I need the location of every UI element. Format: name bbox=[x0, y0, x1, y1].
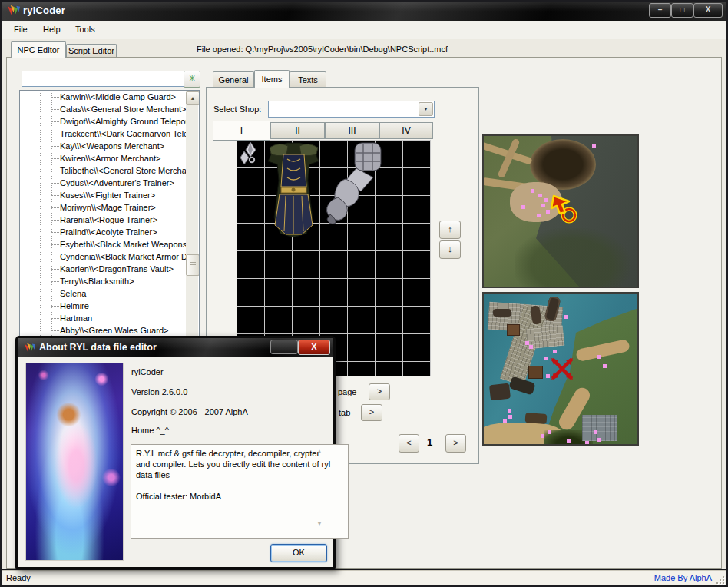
shop-combobox[interactable]: ▼ bbox=[268, 101, 435, 118]
tree-connector bbox=[51, 330, 59, 331]
tree-connector bbox=[51, 232, 59, 233]
right-chevron-icon: > bbox=[453, 438, 458, 447]
tree-connector bbox=[51, 294, 59, 294]
tab-npc-editor[interactable]: NPC Editor bbox=[11, 41, 66, 58]
npc-tree-list: Karwin\\<Middle Camp Guard> Calas\\<Gene… bbox=[20, 91, 186, 338]
tree-item[interactable]: Terry\\<Blacksmith> bbox=[20, 275, 186, 287]
npc-marker bbox=[597, 438, 601, 442]
desc-scroll-up-icon[interactable]: ▲ bbox=[316, 448, 323, 455]
chevron-down-icon[interactable]: ▼ bbox=[419, 102, 433, 116]
item-gauntlet-image[interactable] bbox=[323, 141, 386, 227]
selected-npc-cross-icon bbox=[550, 357, 574, 381]
tree-connector bbox=[51, 158, 59, 159]
close-button[interactable]: X bbox=[693, 3, 723, 18]
copy-page-label: page bbox=[338, 387, 356, 396]
minimize-button[interactable]: – bbox=[649, 3, 671, 18]
tree-item[interactable]: Abby\\<Green Wales Guard> bbox=[20, 324, 186, 337]
shop-tab-4[interactable]: IV bbox=[379, 122, 433, 139]
search-add-button[interactable]: ✳ bbox=[184, 71, 200, 88]
npc-marker bbox=[597, 355, 601, 359]
shop-tab-2[interactable]: II bbox=[270, 122, 325, 139]
tree-item[interactable]: Kay\\\<Weapons Merchant> bbox=[20, 140, 186, 152]
tree-item[interactable]: Selena bbox=[20, 287, 186, 300]
copy-tab-button[interactable]: > bbox=[361, 404, 382, 421]
tree-item[interactable]: Karwin\\<Middle Camp Guard> bbox=[20, 91, 186, 103]
tree-scrollbar[interactable]: ▲ bbox=[186, 91, 198, 337]
tab-items[interactable]: Items bbox=[254, 70, 290, 88]
tree-item[interactable]: Talibethe\\<General Store Merchan bbox=[20, 164, 186, 177]
tree-item[interactable]: Calas\\<General Store Merchant> bbox=[20, 103, 186, 115]
tree-connector bbox=[51, 195, 59, 196]
tree-connector bbox=[51, 269, 59, 270]
npc-marker bbox=[503, 419, 507, 423]
window-title: rylCoder bbox=[23, 5, 65, 16]
tree-connector bbox=[51, 146, 59, 147]
tree-item[interactable]: Moriwyn\\<Mage Trainer> bbox=[20, 201, 186, 214]
tree-item[interactable]: Cydus\\<Adventurer's Trainer> bbox=[20, 177, 186, 189]
tree-item[interactable]: Trackcent\\<Dark Caernarvon Tele bbox=[20, 128, 186, 140]
tree-item[interactable]: Esybeth\\<Black Market Weapons I bbox=[20, 238, 186, 250]
resize-grip[interactable] bbox=[715, 575, 724, 584]
tab-general[interactable]: General bbox=[213, 71, 254, 88]
npc-marker bbox=[564, 315, 568, 319]
item-armor-image[interactable] bbox=[266, 141, 322, 239]
move-down-button[interactable]: ↓ bbox=[439, 240, 461, 259]
copy-tab-label: tab bbox=[339, 408, 350, 417]
menu-help[interactable]: Help bbox=[43, 25, 61, 34]
select-shop-label: Select Shop: bbox=[213, 104, 261, 114]
tree-item[interactable]: Dwigot\\<Almighty Ground Teleport bbox=[20, 115, 186, 128]
title-bar[interactable]: rylCoder – □ X bbox=[0, 0, 728, 21]
npc-marker bbox=[531, 189, 534, 193]
tree-item[interactable]: Helmire bbox=[20, 300, 186, 312]
npc-marker bbox=[567, 439, 571, 443]
desc-scroll-down-icon[interactable]: ▼ bbox=[316, 520, 323, 527]
dialog-close-button[interactable]: X bbox=[298, 340, 330, 355]
about-artwork bbox=[25, 363, 124, 561]
npc-marker bbox=[508, 409, 511, 413]
tab-texts[interactable]: Texts bbox=[290, 71, 326, 88]
tree-item[interactable]: Kuses\\\<Fighter Trainer> bbox=[20, 189, 186, 201]
minimap-harbor[interactable] bbox=[482, 292, 639, 446]
tree-item[interactable]: Kaorien\\<DragonTrans Vault> bbox=[20, 263, 186, 275]
dialog-title-bar[interactable]: About RYL data file editor X bbox=[18, 338, 333, 357]
item-dagger-image[interactable] bbox=[238, 141, 263, 167]
menu-file[interactable]: File bbox=[14, 25, 28, 34]
made-by-link[interactable]: Made By AlphA bbox=[654, 573, 712, 582]
dialog-body: rylCoder Version 2.6.0.0 Copyright © 200… bbox=[18, 357, 333, 567]
ok-button[interactable]: OK bbox=[270, 544, 327, 562]
shop-tab-3[interactable]: III bbox=[325, 122, 379, 139]
status-bar: Ready Made By AlphA bbox=[2, 570, 726, 585]
home-link[interactable]: Home ^_^ bbox=[131, 426, 169, 435]
prev-page-button[interactable]: < bbox=[399, 434, 419, 453]
menu-tools[interactable]: Tools bbox=[75, 25, 95, 34]
next-page-button[interactable]: > bbox=[445, 434, 466, 453]
npc-marker bbox=[548, 430, 551, 434]
tree-connector bbox=[51, 109, 59, 110]
tree-item[interactable]: Rarenia\\<Rogue Trainer> bbox=[20, 214, 186, 226]
minimap-terrain[interactable] bbox=[482, 134, 639, 288]
move-up-button[interactable]: ↑ bbox=[439, 221, 461, 239]
tree-item[interactable]: Cyndenia\\<Black Market Armor De bbox=[20, 250, 186, 263]
npc-marker bbox=[521, 205, 525, 209]
status-text: Ready bbox=[6, 573, 31, 582]
tree-connector bbox=[51, 207, 59, 208]
scroll-up-icon[interactable]: ▲ bbox=[186, 91, 200, 105]
copy-page-button[interactable]: > bbox=[369, 383, 390, 400]
npc-marker bbox=[541, 204, 545, 207]
tree-connector bbox=[51, 97, 59, 98]
app-logo-icon bbox=[6, 3, 21, 18]
tree-item[interactable]: Hartman bbox=[20, 312, 186, 324]
npc-marker bbox=[592, 144, 596, 148]
maximize-button[interactable]: □ bbox=[671, 3, 693, 18]
shop-tab-1[interactable]: I bbox=[213, 121, 270, 141]
npc-marker bbox=[553, 350, 557, 353]
tree-item[interactable]: Pralind\\<Acolyte Trainer> bbox=[20, 226, 186, 238]
tree-item[interactable]: Kwiren\\<Armor Merchant> bbox=[20, 152, 186, 164]
npc-marker bbox=[538, 194, 542, 197]
npc-tree: Karwin\\<Middle Camp Guard> Calas\\<Gene… bbox=[19, 90, 200, 339]
tab-script-editor[interactable]: Script Editor bbox=[66, 44, 117, 58]
scrollbar-thumb[interactable] bbox=[186, 254, 200, 276]
dialog-maximize-button[interactable] bbox=[270, 340, 298, 354]
npc-marker bbox=[537, 214, 541, 217]
search-input[interactable] bbox=[22, 71, 184, 87]
